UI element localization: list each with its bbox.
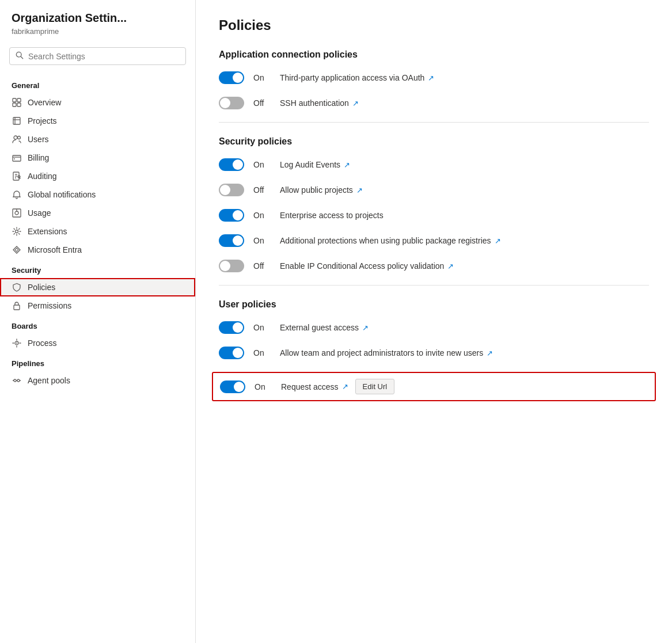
toggle-label-guest-access: On — [253, 323, 271, 332]
policy-link-request-access[interactable]: ↗ — [342, 382, 348, 391]
toggle-guest-access[interactable] — [219, 321, 244, 334]
toggle-ssh[interactable] — [219, 97, 244, 109]
section-application-connection: Application connection policies On Third… — [219, 50, 649, 109]
svg-point-9 — [14, 136, 17, 139]
sidebar-item-global-notifications[interactable]: Global notifications — [0, 185, 195, 204]
sidebar-item-billing[interactable]: Billing — [0, 149, 195, 167]
sidebar-item-microsoft-entra[interactable]: Microsoft Entra — [0, 241, 195, 259]
policy-row-public-projects: Off Allow public projects ↗ — [219, 184, 649, 196]
policy-row-invite-users: On Allow team and project administrators… — [219, 347, 649, 359]
sidebar-item-agent-pools[interactable]: Agent pools — [0, 371, 195, 390]
section-boards: Boards — [0, 315, 195, 334]
divider-1 — [219, 122, 649, 123]
policy-link-ssh[interactable]: ↗ — [352, 99, 359, 108]
policy-link-public-projects[interactable]: ↗ — [356, 186, 363, 195]
toggle-label-public-projects: Off — [253, 185, 271, 195]
toggle-invite-users[interactable] — [219, 347, 244, 359]
agent-pools-label: Agent pools — [28, 376, 70, 385]
policy-text-ip-conditional: Enable IP Conditional Access policy vali… — [280, 261, 454, 271]
divider-2 — [219, 285, 649, 286]
sidebar-item-auditing[interactable]: Auditing — [0, 167, 195, 185]
users-icon — [12, 134, 22, 144]
main-content: Policies Application connection policies… — [196, 0, 672, 643]
policy-link-ip-conditional[interactable]: ↗ — [447, 262, 454, 271]
svg-point-13 — [14, 158, 15, 159]
billing-label: Billing — [28, 153, 49, 162]
svg-point-29 — [14, 379, 16, 382]
toggle-label-ip-conditional: Off — [253, 261, 271, 271]
sidebar-item-overview[interactable]: Overview — [0, 93, 195, 112]
usage-icon — [12, 208, 22, 218]
sidebar-item-users[interactable]: Users — [0, 130, 195, 149]
policy-text-request-access: Request access ↗ Edit Url — [281, 379, 394, 394]
extensions-label: Extensions — [28, 227, 67, 236]
policy-text-enterprise-access: Enterprise access to projects — [280, 211, 384, 220]
toggle-public-package[interactable] — [219, 234, 244, 247]
sidebar-item-usage[interactable]: Usage — [0, 204, 195, 222]
project-icon — [12, 116, 22, 126]
policy-row-ip-conditional: Off Enable IP Conditional Access policy … — [219, 260, 649, 272]
sidebar-content: Organization Settin... fabrikamprime Gen… — [0, 0, 195, 643]
svg-point-30 — [17, 379, 20, 382]
security-policies-title: Security policies — [219, 136, 649, 147]
users-label: Users — [28, 135, 49, 144]
toggle-label-ssh: Off — [253, 98, 271, 108]
svg-rect-2 — [13, 98, 16, 102]
grid-icon — [12, 97, 22, 108]
policy-row-log-audit: On Log Audit Events ↗ — [219, 158, 649, 171]
toggle-label-oauth: On — [253, 73, 271, 82]
toggle-enterprise-access[interactable] — [219, 209, 244, 222]
policy-link-guest-access[interactable]: ↗ — [362, 324, 369, 332]
permissions-label: Permissions — [28, 301, 71, 310]
toggle-log-audit[interactable] — [219, 158, 244, 171]
process-icon — [12, 338, 22, 348]
search-box[interactable] — [9, 47, 186, 65]
audit-icon — [12, 171, 22, 181]
svg-rect-26 — [14, 305, 20, 310]
microsoft-entra-label: Microsoft Entra — [28, 245, 82, 254]
toggle-label-invite-users: On — [253, 348, 271, 357]
svg-marker-24 — [13, 246, 20, 253]
auditing-label: Auditing — [28, 172, 57, 181]
policy-text-public-package: Additional protections when using public… — [280, 236, 501, 245]
org-subtitle: fabrikamprime — [0, 27, 195, 43]
section-pipelines: Pipelines — [0, 352, 195, 371]
sidebar-item-projects[interactable]: Projects — [0, 112, 195, 130]
agents-icon — [12, 375, 22, 386]
svg-rect-3 — [17, 98, 21, 102]
toggle-oauth[interactable] — [219, 71, 244, 84]
org-title-section: Organization Settin... — [0, 0, 195, 27]
policy-link-log-audit[interactable]: ↗ — [344, 161, 350, 169]
policy-link-invite-users[interactable]: ↗ — [487, 349, 493, 357]
gear-icon — [12, 226, 22, 237]
policy-link-public-package[interactable]: ↗ — [495, 237, 501, 245]
policy-row-public-package: On Additional protections when using pub… — [219, 234, 649, 247]
toggle-request-access[interactable] — [220, 381, 245, 393]
edit-url-button[interactable]: Edit Url — [355, 379, 395, 394]
sidebar-item-permissions[interactable]: Permissions — [0, 296, 195, 315]
policy-row-enterprise-access: On Enterprise access to projects — [219, 209, 649, 222]
page-title: Policies — [219, 17, 649, 33]
toggle-ip-conditional[interactable] — [219, 260, 244, 272]
usage-label: Usage — [28, 208, 51, 218]
policy-link-oauth[interactable]: ↗ — [428, 74, 434, 82]
svg-point-23 — [16, 230, 18, 233]
policies-label: Policies — [28, 283, 55, 292]
svg-marker-25 — [15, 248, 18, 252]
section-user-policies: User policies On External guest access ↗… — [219, 299, 649, 401]
policy-text-public-projects: Allow public projects ↗ — [280, 185, 363, 195]
policy-text-ssh: SSH authentication ↗ — [280, 98, 359, 108]
svg-rect-4 — [13, 103, 16, 106]
svg-rect-11 — [13, 155, 21, 161]
search-icon — [16, 51, 24, 61]
toggle-label-enterprise-access: On — [253, 211, 271, 220]
svg-point-10 — [18, 136, 21, 139]
svg-line-1 — [21, 56, 23, 59]
sidebar-item-process[interactable]: Process — [0, 334, 195, 352]
sidebar-item-policies[interactable]: Policies — [0, 278, 195, 296]
user-policies-title: User policies — [219, 299, 649, 310]
sidebar-item-extensions[interactable]: Extensions — [0, 222, 195, 241]
svg-point-28 — [16, 343, 17, 344]
search-input[interactable] — [28, 52, 180, 61]
toggle-public-projects[interactable] — [219, 184, 244, 196]
